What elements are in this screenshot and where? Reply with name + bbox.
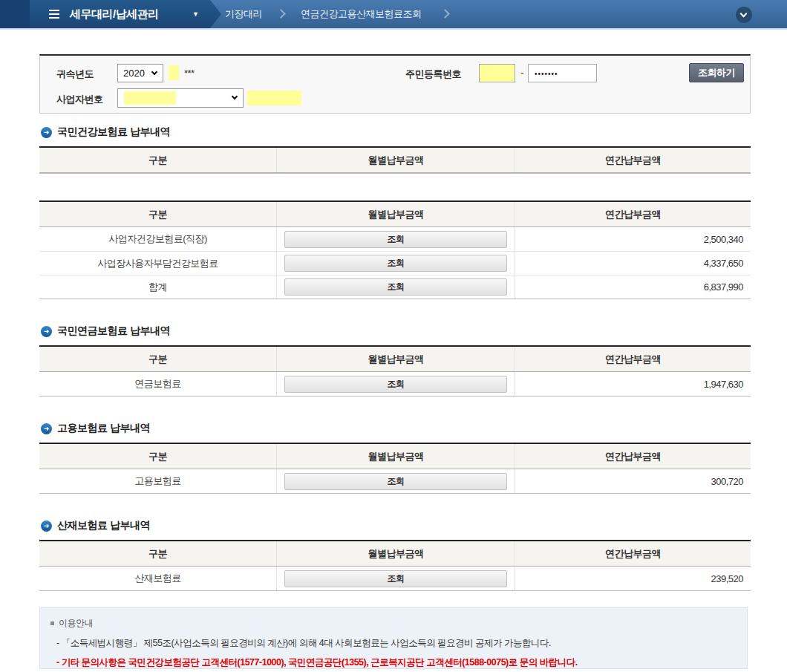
column-header-monthly: 월별납부금액 xyxy=(276,148,515,172)
annual-amount-value: 300,720 xyxy=(515,469,751,493)
year-masked-text: *** xyxy=(184,68,195,79)
breadcrumb-chevron-icon xyxy=(276,9,286,19)
notice-line-contact: - 기타 문의사항은 국민건강보험공단 고객센터(1577-1000), 국민연… xyxy=(56,656,747,669)
section-title-text: 고용보험료 납부내역 xyxy=(57,422,150,435)
empty-payment-table: 구분월별납부금액연간납부금액 xyxy=(39,146,751,174)
select-caret-icon xyxy=(232,94,238,100)
table-header-row: 구분월별납부금액연간납부금액 xyxy=(39,444,751,469)
usage-notice-box: 이용안내 - 「소득세법시행령」 제55조(사업소득의 필요경비의 계산)에 의… xyxy=(39,607,748,669)
arrow-right-circle-icon: ➜ xyxy=(41,127,52,138)
table-header-row: 구분월별납부금액연간납부금액 xyxy=(39,347,751,372)
column-header-annual: 연간납부금액 xyxy=(515,541,751,566)
column-header-monthly: 월별납부금액 xyxy=(276,541,515,566)
year-select[interactable]: 2020 xyxy=(117,64,163,82)
row-category-label: 연금보험료 xyxy=(39,372,276,396)
column-header-annual: 연간납부금액 xyxy=(515,444,751,469)
rrn-password-dots: ••••••• xyxy=(535,70,558,78)
column-header-monthly: 월별납부금액 xyxy=(276,202,515,226)
monthly-amount-cell: 조회 xyxy=(276,252,515,275)
search-button[interactable]: 조회하기 xyxy=(689,63,744,82)
table-row: 고용보험료조회300,720 xyxy=(39,469,751,493)
main-menu-label: 세무대리/납세관리 xyxy=(70,7,188,22)
rrn-label: 주민등록번호 xyxy=(405,68,461,81)
breadcrumb-chevron-icon xyxy=(440,9,450,19)
payment-table: 구분월별납부금액연간납부금액연금보험료조회1,947,630 xyxy=(39,345,751,397)
arrow-right-circle-icon: ➜ xyxy=(41,326,52,337)
row-category-label: 사업장사용자부담건강보험료 xyxy=(39,252,276,275)
monthly-lookup-button[interactable]: 조회 xyxy=(284,255,507,272)
column-header-annual: 연간납부금액 xyxy=(515,347,751,371)
table-row: 산재보험료조회239,520 xyxy=(39,567,751,590)
payment-table: 구분월별납부금액연간납부금액사업자건강보험료(직장)조회2,500,340사업장… xyxy=(39,200,751,299)
monthly-lookup-button[interactable]: 조회 xyxy=(284,278,507,296)
payment-table: 구분월별납부금액연간납부금액고용보험료조회300,720 xyxy=(39,443,751,494)
navbar-left-strip xyxy=(0,0,30,28)
section-title-text: 국민건강보험료 납부내역 xyxy=(57,125,170,139)
column-header-annual: 연간납부금액 xyxy=(515,148,751,172)
table-header-row: 구분월별납부금액연간납부금액 xyxy=(39,202,751,227)
annual-amount-value: 4,337,650 xyxy=(515,252,751,275)
masked-year-highlight xyxy=(169,65,179,80)
masked-business-select-highlight xyxy=(124,91,176,105)
arrow-right-circle-icon: ➜ xyxy=(41,521,52,532)
column-header-gubun: 구분 xyxy=(39,444,276,469)
section-title-text: 국민연금보험료 납부내역 xyxy=(57,324,170,338)
monthly-amount-cell: 조회 xyxy=(276,227,515,251)
annual-amount-value: 239,520 xyxy=(515,567,751,590)
year-select-value: 2020 xyxy=(123,68,145,79)
column-header-gubun: 구분 xyxy=(39,148,276,172)
arrow-right-circle-icon: ➜ xyxy=(41,423,52,434)
monthly-lookup-button[interactable]: 조회 xyxy=(284,376,507,393)
monthly-lookup-button[interactable]: 조회 xyxy=(284,473,507,490)
table-row: 연금보험료조회1,947,630 xyxy=(39,372,751,396)
insurance-sections: ➜국민건강보험료 납부내역구분월별납부금액연간납부금액구분월별납부금액연간납부금… xyxy=(39,114,751,591)
menu-caret-down-icon[interactable]: ▼ xyxy=(192,10,199,18)
notice-title-row: 이용안내 xyxy=(50,617,747,630)
table-row: 합계조회6,837,990 xyxy=(39,275,751,299)
rrn-back-password-input[interactable]: ••••••• xyxy=(528,64,597,82)
row-category-label: 고용보험료 xyxy=(39,469,276,493)
section-title: ➜고용보험료 납부내역 xyxy=(41,422,751,435)
section-title: ➜국민건강보험료 납부내역 xyxy=(41,125,751,139)
section-title-text: 산재보험료 납부내역 xyxy=(57,519,150,532)
navbar-collapse-button[interactable] xyxy=(736,7,752,23)
chevron-down-icon xyxy=(740,10,748,18)
column-header-gubun: 구분 xyxy=(39,202,276,226)
breadcrumb-level-1[interactable]: 기장대리 xyxy=(225,0,262,28)
breadcrumb-level-2[interactable]: 연금건강고용산재보험료조회 xyxy=(301,0,422,28)
select-caret-icon xyxy=(151,68,157,74)
rrn-front-input[interactable] xyxy=(479,64,515,82)
hamburger-icon[interactable] xyxy=(49,7,59,21)
column-header-monthly: 월별납부금액 xyxy=(276,444,515,469)
column-header-gubun: 구분 xyxy=(39,347,276,371)
monthly-amount-cell: 조회 xyxy=(276,275,515,299)
monthly-lookup-button[interactable]: 조회 xyxy=(284,570,507,587)
notice-title: 이용안내 xyxy=(59,618,93,628)
section-title: ➜국민연금보험료 납부내역 xyxy=(41,324,751,338)
top-navbar: 세무대리/납세관리 ▼ 기장대리 연금건강고용산재보험료조회 xyxy=(0,0,787,30)
table-header-row: 구분월별납부금액연간납부금액 xyxy=(39,541,751,567)
column-header-gubun: 구분 xyxy=(39,541,276,566)
annual-amount-value: 6,837,990 xyxy=(515,275,751,299)
payment-table: 구분월별납부금액연간납부금액산재보험료조회239,520 xyxy=(39,540,751,591)
monthly-lookup-button[interactable]: 조회 xyxy=(284,231,507,248)
masked-business-name-highlight xyxy=(247,91,301,105)
main-menu-tab[interactable]: 세무대리/납세관리 ▼ xyxy=(30,0,221,28)
column-header-annual: 연간납부금액 xyxy=(515,202,751,226)
rrn-dash: - xyxy=(520,67,523,78)
table-header-row: 구분월별납부금액연간납부금액 xyxy=(39,148,751,173)
search-form: 귀속년도 2020 *** 주민등록번호 - ••••••• 조회하기 사업자번… xyxy=(39,54,751,114)
monthly-amount-cell: 조회 xyxy=(276,469,515,493)
annual-amount-value: 2,500,340 xyxy=(515,227,751,251)
business-number-select[interactable] xyxy=(117,88,244,108)
section-title: ➜산재보험료 납부내역 xyxy=(41,519,751,532)
monthly-amount-cell: 조회 xyxy=(276,567,515,590)
notice-line-law: - 「소득세법시행령」 제55조(사업소득의 필요경비의 계산)에 의해 4대 … xyxy=(56,637,747,650)
square-bullet-icon xyxy=(50,622,54,625)
row-category-label: 사업자건강보험료(직장) xyxy=(39,227,276,251)
monthly-amount-cell: 조회 xyxy=(276,372,515,396)
business-number-label: 사업자번호 xyxy=(56,93,103,106)
column-header-monthly: 월별납부금액 xyxy=(276,347,515,371)
row-category-label: 산재보험료 xyxy=(39,567,276,590)
table-row: 사업장사용자부담건강보험료조회4,337,650 xyxy=(39,251,751,275)
